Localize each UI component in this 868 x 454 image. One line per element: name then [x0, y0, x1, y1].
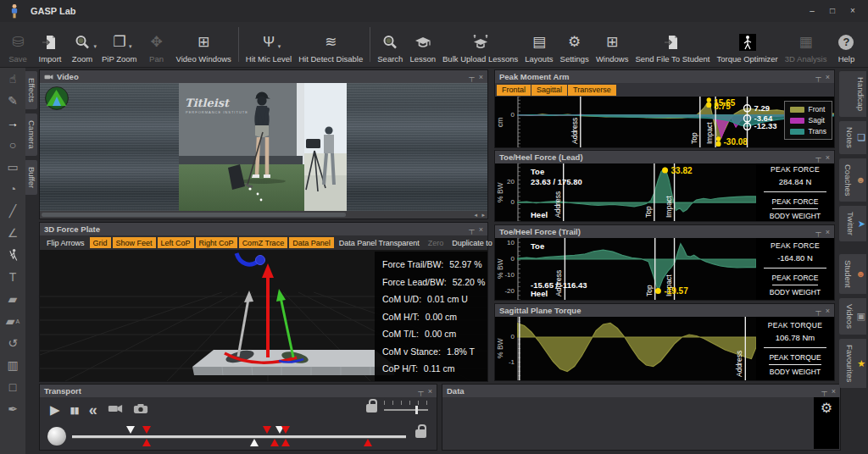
close-icon[interactable]: × [826, 73, 830, 81]
timer-tool[interactable]: ◔ [0, 178, 25, 200]
toolbar-settings-button[interactable]: ⚙Settings [557, 22, 593, 67]
force-plate-btn-grid[interactable]: Grid [90, 237, 111, 248]
toolbar-video-windows-button[interactable]: ⊞Video Windows [173, 22, 235, 67]
timeline-marker-red[interactable] [142, 426, 151, 434]
toolbar-pip-zoom-button[interactable]: ❐▾PiP Zoom [98, 22, 141, 67]
angle-tool[interactable]: ∠ [0, 222, 25, 244]
close-icon[interactable]: × [479, 225, 483, 234]
pin-icon[interactable]: ┬ [418, 387, 423, 396]
force-plate-btn-comz-trace[interactable]: ComZ Trace [239, 237, 288, 248]
pin-icon[interactable]: ┬ [815, 153, 821, 162]
zoom-dropdown-caret[interactable]: ▾ [93, 43, 97, 50]
speed-slider[interactable] [384, 401, 428, 416]
right-tab-student[interactable]: ☻Student [839, 254, 866, 294]
line-tool[interactable]: ╱ [0, 200, 25, 222]
snapshot-button[interactable] [133, 403, 148, 417]
close-icon[interactable]: × [832, 387, 836, 396]
trail-plot[interactable]: AddressTopImpactToeHeel-15.65 / -116.43-… [517, 238, 756, 300]
freehand-tool[interactable]: ✎ [0, 90, 25, 112]
minimize-button[interactable]: – [804, 3, 821, 19]
force-plate-btn-data-panel[interactable]: Data Panel [289, 237, 334, 248]
timeline-marker-red[interactable] [270, 439, 279, 446]
play-button[interactable]: ▶ [50, 403, 60, 417]
record-video-button[interactable] [108, 403, 123, 417]
circle-tool[interactable]: ○ [0, 134, 25, 156]
close-icon[interactable]: × [826, 153, 830, 162]
toolbar-hit-detect-disable-button[interactable]: ≋Hit Detect Disable [295, 22, 366, 67]
tab-sagittal[interactable]: Sagittal [531, 85, 567, 96]
hit-mic-level-dropdown-caret[interactable]: ▾ [278, 43, 281, 50]
scroll-left-arrow-icon[interactable]: ◂ [474, 211, 477, 219]
video-viewport[interactable]: Titleist PERFORMANCE INSTITUTE [40, 83, 487, 211]
pma-plot[interactable]: AddressTopImpact15.658.75-30.087.29-3.64… [517, 97, 834, 147]
close-icon[interactable]: × [428, 387, 432, 396]
timeline-marker-red[interactable] [281, 439, 290, 446]
force-plate-btn-flip-arrows[interactable]: Flip Arrows [43, 237, 88, 248]
right-tab-coaches[interactable]: ☻Coaches [839, 158, 866, 202]
toolbar-hit-mic-level-button[interactable]: Ψ▾Hit Mic Level [242, 22, 295, 67]
toolbar-send-file-to-student-button[interactable]: Send File To Student [632, 22, 713, 67]
pip-zoom-dropdown-caret[interactable]: ▾ [129, 43, 132, 50]
pin-icon[interactable]: ┬ [469, 225, 474, 234]
toolbar-search-button[interactable]: Search [374, 22, 406, 67]
force-plate-btn-left-cop[interactable]: Left CoP [158, 237, 194, 248]
timeline-marker-red[interactable] [364, 439, 372, 446]
right-tab-favourites[interactable]: ★Favourites [839, 339, 866, 388]
rewind-button[interactable]: « [89, 403, 97, 417]
pin-icon[interactable]: ┬ [469, 73, 474, 81]
maximize-button[interactable]: □ [824, 3, 841, 19]
force-plate-btn-right-cop[interactable]: Right CoP [196, 237, 237, 248]
toolbar-help-button[interactable]: ?Help [830, 22, 862, 67]
timeline-marker-red[interactable] [263, 426, 271, 434]
pin-icon[interactable]: ┬ [815, 73, 821, 81]
close-icon[interactable]: × [826, 307, 830, 315]
text-tool[interactable]: T [0, 266, 25, 288]
timeline-marker-red[interactable] [142, 439, 151, 446]
right-tab-videos[interactable]: ▣Videos [839, 298, 866, 335]
video-horizontal-scrollbar[interactable]: ◂ ▸ [40, 211, 487, 219]
pause-button[interactable]: ▮▮ [70, 403, 79, 417]
lead-plot[interactable]: AddressTopImpactToe23.63 / 175.80Heel33.… [517, 163, 756, 221]
ruler-tool[interactable]: ▥ [0, 354, 25, 376]
hand-tool[interactable]: ☝ [0, 68, 25, 90]
undo-tool[interactable]: ↺ [0, 332, 25, 354]
left-tab-buffer[interactable]: Buffer [25, 160, 37, 195]
gear-icon[interactable]: ⚙ [821, 401, 832, 415]
force-plate-3d-scene[interactable]: Force Trail/BW:52.97 %Force Lead/BW:52.2… [40, 250, 487, 381]
scrollbar-thumb[interactable] [42, 213, 346, 217]
timeline-marker-red[interactable] [281, 426, 290, 434]
timeline-lock-icon[interactable] [415, 429, 426, 438]
close-icon[interactable]: × [826, 228, 830, 236]
rectangle-tool[interactable]: ▭ [0, 156, 25, 178]
toolbar-zoom-button[interactable]: ▾Zoom [66, 22, 98, 67]
tab-frontal[interactable]: Frontal [497, 85, 531, 96]
close-icon[interactable]: × [479, 73, 483, 81]
right-tab-handicap[interactable]: Handicap [839, 71, 866, 117]
force-plate-btn-data-panel-transparent[interactable]: Data Panel Transparent [336, 237, 423, 248]
square-tool[interactable]: □ [0, 376, 25, 398]
toolbar-layouts-button[interactable]: ▤Layouts [521, 22, 556, 67]
speed-lock-icon[interactable] [366, 404, 377, 412]
pin-icon[interactable]: ┬ [815, 228, 821, 236]
torque-plot[interactable]: Address [517, 317, 756, 380]
tab-transverse[interactable]: Transverse [568, 85, 616, 96]
toolbar-bulk-upload-lessons-button[interactable]: Bulk Upload Lessons [439, 22, 521, 67]
timeline-marker-white[interactable] [126, 426, 135, 434]
golfer-tool[interactable] [0, 244, 25, 266]
right-tab-notes[interactable]: ❏Notes [839, 121, 866, 154]
timeline-golf-ball-thumb[interactable] [47, 427, 66, 446]
pin-icon[interactable]: ┬ [815, 307, 821, 315]
right-tab-twitter[interactable]: ➤Twitter [839, 206, 866, 241]
picker-tool[interactable]: ✒ [0, 398, 25, 420]
left-tab-effects[interactable]: Effects [25, 71, 37, 109]
eraser-lock-tool[interactable]: ▰A [0, 310, 25, 332]
toolbar-torque-optimizer-button[interactable]: Torque Optimizer [713, 22, 781, 67]
pin-icon[interactable]: ┬ [821, 387, 826, 396]
toolbar-import-button[interactable]: Import [34, 22, 66, 67]
toolbar-windows-button[interactable]: ⊞Windows [593, 22, 632, 67]
close-button[interactable]: × [844, 3, 861, 19]
timeline-marker-white[interactable] [250, 439, 259, 446]
force-plate-btn-show-feet[interactable]: Show Feet [113, 237, 156, 248]
scroll-right-arrow-icon[interactable]: ▸ [481, 211, 485, 219]
eraser-tool[interactable]: ▰ [0, 288, 25, 310]
